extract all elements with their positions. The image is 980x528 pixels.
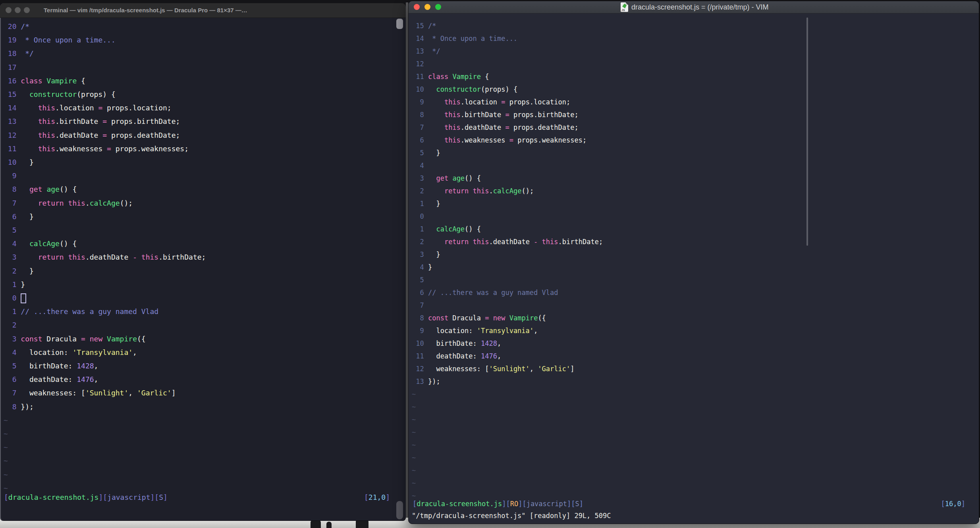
code-token: new bbox=[493, 314, 505, 322]
statusline-segment: javascript bbox=[107, 493, 150, 501]
code-token: * Once upon a time... bbox=[21, 36, 115, 44]
code-line: 2 bbox=[4, 321, 21, 330]
code-line: 9 bbox=[4, 172, 21, 181]
code-line: 9 location: 'Transylvania', bbox=[412, 327, 538, 335]
code-token: props.birthDate; bbox=[509, 111, 579, 119]
code-line: 1 calcAge() { bbox=[412, 225, 481, 233]
code-token bbox=[21, 90, 29, 98]
code-line: 8 this.birthDate = props.birthDate; bbox=[412, 111, 579, 119]
code-token: , bbox=[94, 375, 98, 383]
line-number: 20 bbox=[4, 22, 17, 31]
code-token: Vampire bbox=[46, 77, 77, 85]
line-number: 14 bbox=[412, 35, 424, 43]
left-statusline: [dracula-screenshot.js][javascript][S] bbox=[4, 493, 168, 501]
code-token: } bbox=[21, 212, 34, 221]
code-line: 7 weaknesses: ['Sunlight', 'Garlic'] bbox=[4, 389, 176, 398]
code-token bbox=[469, 238, 473, 246]
code-token bbox=[428, 85, 436, 93]
code-token: return bbox=[444, 238, 469, 246]
scrollbar-thumb[interactable] bbox=[396, 501, 403, 519]
code-token: .birthDate bbox=[461, 111, 505, 119]
empty-line-tilde: ~ bbox=[412, 428, 416, 437]
code-token: 'Garlic' bbox=[538, 365, 570, 373]
empty-line-tilde: ~ bbox=[4, 484, 8, 493]
code-line: 15 constructor(props) { bbox=[4, 90, 116, 99]
code-token: class bbox=[21, 77, 42, 85]
code-token: 1476 bbox=[77, 375, 94, 383]
vim-buffer-right[interactable]: 15/*14 * Once upon a time...13 */1211cla… bbox=[409, 1, 979, 524]
code-token: get bbox=[29, 185, 42, 193]
line-number: 5 bbox=[4, 362, 17, 371]
line-number: 4 bbox=[412, 263, 424, 272]
code-token: = bbox=[501, 98, 505, 106]
code-line: 10 } bbox=[4, 158, 34, 167]
code-token: this bbox=[542, 238, 558, 246]
statusline-segment: ] bbox=[386, 493, 390, 501]
code-token: age bbox=[46, 185, 60, 193]
line-number: 11 bbox=[4, 145, 17, 154]
line-number: 18 bbox=[4, 49, 17, 58]
line-number: 4 bbox=[412, 162, 424, 170]
code-token: - bbox=[534, 238, 538, 246]
code-line: 13 */ bbox=[412, 47, 440, 56]
code-token: this bbox=[444, 111, 461, 119]
line-number: 12 bbox=[412, 60, 424, 68]
statusline-segment: [ bbox=[941, 500, 945, 508]
code-token: 'Sunlight' bbox=[85, 389, 128, 397]
line-number: 2 bbox=[412, 238, 424, 246]
code-token: this bbox=[38, 145, 55, 153]
background-window-artifact bbox=[311, 520, 321, 528]
code-token: () { bbox=[465, 174, 481, 182]
code-token: = bbox=[509, 136, 513, 144]
scrollbar-indicator[interactable] bbox=[806, 17, 808, 246]
line-number: 19 bbox=[4, 36, 17, 45]
code-line: 7 this.deathDate = props.deathDate; bbox=[412, 123, 579, 132]
empty-line-tilde: ~ bbox=[4, 443, 8, 452]
code-token bbox=[102, 335, 107, 343]
code-token bbox=[448, 174, 452, 182]
code-token: , bbox=[128, 389, 137, 397]
code-line: 11 this.weaknesses = props.weaknesses; bbox=[4, 145, 189, 154]
code-token: - bbox=[133, 253, 137, 261]
code-token bbox=[21, 185, 29, 193]
code-line: 5 birthDate: 1428, bbox=[4, 362, 98, 371]
code-line: 4 location: 'Transylvania', bbox=[4, 348, 137, 357]
code-token bbox=[428, 238, 444, 246]
line-number: 3 bbox=[412, 251, 424, 259]
code-token: = bbox=[107, 145, 111, 153]
line-number: 10 bbox=[412, 339, 424, 348]
code-token: */ bbox=[428, 47, 440, 55]
code-token: , bbox=[94, 362, 98, 370]
statusline-segment: javascript bbox=[527, 500, 567, 508]
vim-buffer-left[interactable]: 20/*19 * Once upon a time...18 */1716cla… bbox=[0, 3, 406, 521]
code-line: 19 * Once upon a time... bbox=[4, 36, 116, 45]
line-number: 11 bbox=[412, 73, 424, 81]
code-token: () { bbox=[60, 185, 77, 193]
code-token: } bbox=[21, 280, 25, 289]
code-token: , bbox=[133, 348, 137, 356]
code-line: 0 bbox=[412, 212, 428, 221]
code-line: 8const Dracula = new Vampire({ bbox=[412, 314, 546, 322]
line-number: 5 bbox=[4, 226, 17, 235]
scrollbar-thumb[interactable] bbox=[396, 19, 403, 29]
code-token: props.weaknesses; bbox=[513, 136, 586, 144]
code-token: .location bbox=[55, 104, 98, 112]
right-statusline: [dracula-screenshot.js][RO][javascript][… bbox=[413, 500, 583, 508]
empty-line-tilde: ~ bbox=[412, 416, 416, 424]
line-number: 1 bbox=[4, 307, 17, 316]
line-number: 8 bbox=[4, 185, 17, 194]
code-token: age bbox=[452, 174, 465, 182]
code-token bbox=[428, 123, 444, 131]
code-token bbox=[21, 104, 38, 112]
statusline-segment: ] bbox=[163, 493, 168, 501]
code-token: this bbox=[444, 136, 461, 144]
code-token: 1428 bbox=[77, 362, 94, 370]
statusline-segment: 16,0 bbox=[945, 500, 961, 508]
code-token: (props) { bbox=[481, 85, 517, 93]
code-token: = bbox=[505, 123, 509, 131]
code-token: = bbox=[98, 104, 102, 112]
code-token: }); bbox=[21, 403, 34, 411]
code-line: 9 this.location = props.location; bbox=[412, 98, 570, 106]
empty-line-tilde: ~ bbox=[412, 441, 416, 449]
code-line: 14 this.location = props.location; bbox=[4, 104, 172, 113]
